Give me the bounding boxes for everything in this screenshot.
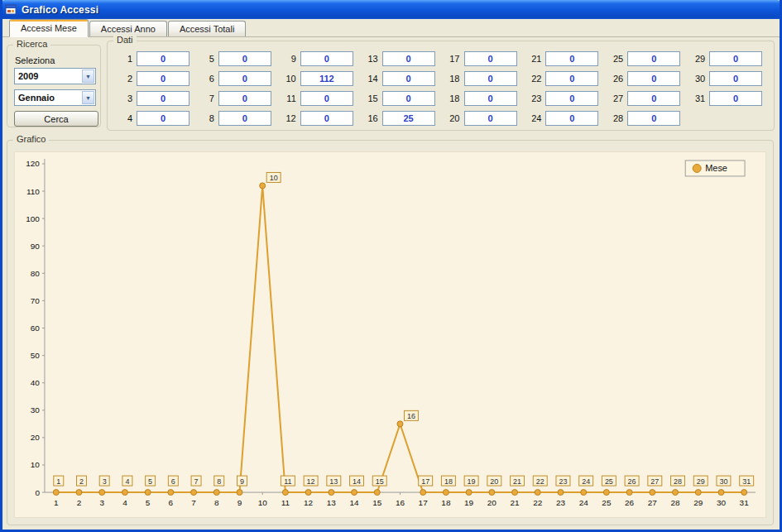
- dati-cell: 9: [281, 51, 357, 66]
- day-value-input[interactable]: [709, 71, 762, 86]
- day-value-input[interactable]: [300, 111, 353, 126]
- grafico-group: Grafico 01020304050607080901001101201234…: [7, 140, 774, 525]
- point-marker: [420, 490, 426, 496]
- day-value-input[interactable]: [218, 111, 271, 126]
- day-value-input[interactable]: [545, 51, 598, 66]
- point-label: 17: [421, 477, 429, 486]
- day-value-input[interactable]: [545, 111, 598, 126]
- x-tick-label: 3: [99, 498, 104, 507]
- day-value-input[interactable]: [709, 51, 762, 66]
- day-value-input[interactable]: [545, 91, 598, 106]
- point-marker: [581, 490, 587, 496]
- x-tick-label: 30: [717, 498, 727, 507]
- day-value-input[interactable]: [382, 111, 435, 126]
- x-tick-label: 14: [350, 498, 360, 507]
- dati-cell: 6: [199, 71, 275, 86]
- point-marker: [397, 421, 403, 427]
- day-number-label: 11: [281, 93, 296, 103]
- dati-group: Dati 12345678910111213141516171818202122…: [107, 41, 775, 131]
- grafico-group-caption: Grafico: [13, 134, 49, 144]
- day-number-label: 15: [363, 93, 378, 103]
- day-value-input[interactable]: [627, 71, 680, 86]
- point-marker: [329, 490, 334, 496]
- point-marker: [626, 490, 632, 496]
- point-label: 22: [536, 477, 545, 486]
- day-number-label: 5: [199, 54, 214, 64]
- day-value-input[interactable]: [464, 91, 517, 106]
- point-marker: [673, 490, 679, 496]
- month-select[interactable]: Gennaio ▼: [14, 89, 96, 106]
- day-number-label: 18: [445, 93, 460, 103]
- y-tick-label: 50: [31, 351, 41, 360]
- day-value-input[interactable]: [137, 91, 190, 106]
- day-value-input[interactable]: [709, 91, 762, 106]
- year-select[interactable]: 2009 ▼: [14, 68, 96, 84]
- y-tick-label: 10: [31, 460, 41, 469]
- point-marker: [99, 490, 105, 496]
- day-value-input[interactable]: [137, 71, 190, 86]
- day-value-input[interactable]: [300, 71, 353, 86]
- point-marker: [512, 490, 518, 496]
- day-number-label: 20: [445, 113, 460, 123]
- day-value-input[interactable]: [464, 111, 517, 126]
- dati-cell: 13: [363, 51, 439, 66]
- chevron-down-icon[interactable]: ▼: [82, 69, 94, 83]
- point-label: 16: [407, 412, 415, 420]
- x-tick-label: 24: [579, 498, 589, 507]
- dati-cell: 30: [690, 71, 765, 86]
- day-number-label: 23: [526, 93, 541, 103]
- x-tick-label: 2: [77, 498, 82, 507]
- x-tick-label: 10: [258, 498, 268, 507]
- day-value-input[interactable]: [627, 111, 680, 126]
- chevron-down-icon[interactable]: ▼: [82, 91, 94, 104]
- x-tick-label: 21: [510, 498, 520, 507]
- day-value-input[interactable]: [218, 51, 271, 66]
- day-value-input[interactable]: [382, 91, 435, 106]
- day-number-label: 10: [281, 74, 296, 84]
- y-tick-label: 60: [31, 324, 41, 333]
- day-number-label: 2: [118, 74, 132, 84]
- day-value-input[interactable]: [218, 71, 271, 86]
- dati-cell: 17: [445, 51, 521, 66]
- day-value-input[interactable]: [464, 71, 517, 86]
- y-tick-label: 20: [31, 433, 41, 442]
- day-value-input[interactable]: [627, 51, 680, 66]
- year-select-value: 2009: [18, 69, 38, 84]
- day-number-label: 29: [690, 54, 705, 64]
- day-number-label: 4: [118, 113, 132, 123]
- tab-accessi-totali[interactable]: Accessi Totali: [168, 21, 246, 36]
- y-tick-label: 120: [26, 159, 40, 168]
- day-value-input[interactable]: [627, 91, 680, 106]
- x-tick-label: 31: [740, 498, 750, 507]
- point-label: 2: [79, 477, 84, 486]
- point-label: 24: [582, 477, 590, 486]
- point-marker: [122, 490, 127, 496]
- day-value-input[interactable]: [218, 91, 271, 106]
- cerca-button[interactable]: Cerca: [14, 111, 98, 127]
- dati-cell: 22: [526, 71, 602, 86]
- point-marker: [535, 490, 540, 496]
- point-label: 25: [605, 477, 613, 486]
- dati-column: 21222324: [526, 51, 602, 126]
- day-value-input[interactable]: [464, 51, 517, 66]
- day-number-label: 31: [690, 93, 705, 103]
- day-value-input[interactable]: [300, 91, 353, 106]
- point-label: 12: [307, 477, 315, 486]
- x-tick-label: 29: [693, 498, 703, 507]
- day-value-input[interactable]: [137, 51, 190, 66]
- day-value-input[interactable]: [382, 51, 435, 66]
- point-label: 18: [444, 477, 453, 486]
- series-line: [56, 185, 744, 492]
- day-number-label: 8: [199, 113, 214, 123]
- day-value-input[interactable]: [382, 71, 435, 86]
- day-number-label: 18: [445, 74, 460, 84]
- dati-cell: 10: [281, 71, 357, 86]
- y-tick-label: 80: [31, 269, 41, 278]
- x-tick-label: 4: [122, 498, 127, 507]
- day-number-label: 13: [363, 54, 378, 64]
- window-titlebar[interactable]: Grafico Accessi: [0, 0, 782, 19]
- tab-accessi-mese[interactable]: Accessi Mese: [9, 19, 89, 37]
- day-value-input[interactable]: [137, 111, 190, 126]
- day-value-input[interactable]: [545, 71, 598, 86]
- day-value-input[interactable]: [300, 51, 353, 66]
